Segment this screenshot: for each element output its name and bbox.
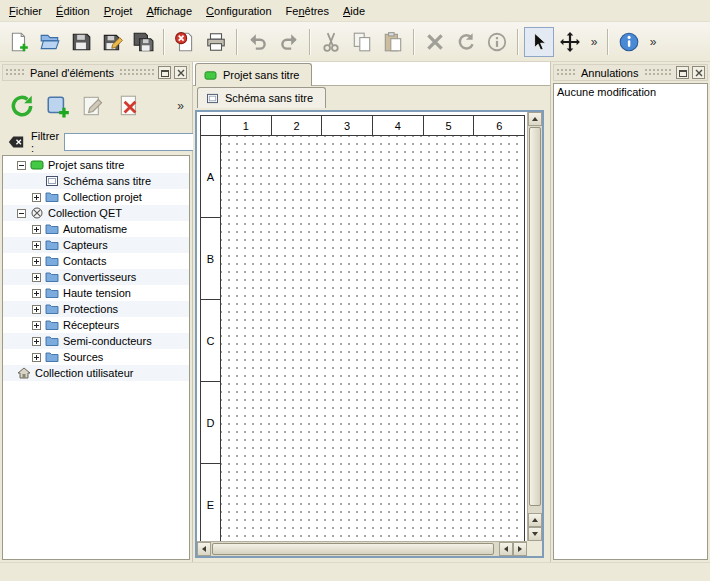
tree-item-collection-qet[interactable]: Collection QET: [3, 205, 189, 221]
menu-affichage[interactable]: Affichage: [139, 0, 199, 21]
tree-item-haute-tension[interactable]: Haute tension: [3, 285, 189, 301]
scroll-right-button[interactable]: [513, 542, 527, 556]
element-info-button[interactable]: [482, 27, 512, 57]
row-header: C: [201, 300, 220, 382]
tree-item-collection-utilisateur[interactable]: Collection utilisateur: [3, 365, 189, 381]
scroll-up-button[interactable]: [528, 112, 542, 126]
expand-icon[interactable]: [32, 321, 41, 330]
schema-canvas[interactable]: 1 2 3 4 5 6 A B C D E: [197, 112, 527, 541]
menubar: Fichier Édition Projet Affichage Configu…: [0, 0, 710, 22]
undo-history-list[interactable]: Aucune modification: [553, 83, 708, 560]
vertical-scroll-thumb[interactable]: [529, 127, 541, 506]
redo-button[interactable]: [274, 27, 304, 57]
expand-icon[interactable]: [32, 257, 41, 266]
tree-item-schema-sans-titre[interactable]: Schéma sans titre: [3, 173, 189, 189]
expand-icon[interactable]: [32, 289, 41, 298]
expand-icon[interactable]: [32, 353, 41, 362]
tab-projet-sans-titre[interactable]: Projet sans titre: [195, 63, 312, 86]
close-panel-button[interactable]: [692, 66, 705, 79]
column-header: 2: [272, 116, 323, 135]
copy-button[interactable]: [347, 27, 377, 57]
arrow-down-icon: [532, 532, 538, 536]
tree-item-protections[interactable]: Protections: [3, 301, 189, 317]
scroll-left-button[interactable]: [197, 542, 211, 556]
tree-item-recepteurs[interactable]: Récepteurs: [3, 317, 189, 333]
edit-element-button[interactable]: [78, 90, 110, 122]
elements-panel-titlebar[interactable]: Panel d'éléments: [2, 64, 190, 81]
paste-button[interactable]: [378, 27, 408, 57]
new-element-button[interactable]: [42, 90, 74, 122]
tree-item-capteurs[interactable]: Capteurs: [3, 237, 189, 253]
vertical-scrollbar[interactable]: [527, 112, 542, 541]
clear-filter-button[interactable]: [6, 132, 26, 152]
close-panel-button[interactable]: [174, 66, 187, 79]
about-button[interactable]: [614, 27, 644, 57]
elements-toolbar-overflow-button[interactable]: »: [177, 99, 186, 113]
tree-item-convertisseurs[interactable]: Convertisseurs: [3, 269, 189, 285]
tree-item-sources[interactable]: Sources: [3, 349, 189, 365]
scrollbar-corner: [527, 541, 542, 556]
horizontal-scrollbar[interactable]: [197, 541, 527, 556]
menu-edition[interactable]: Édition: [49, 0, 97, 21]
cut-button[interactable]: [316, 27, 346, 57]
horizontal-scroll-thumb[interactable]: [212, 543, 494, 555]
menu-label: ide: [350, 5, 365, 17]
delete-element-icon: [117, 93, 143, 119]
print-button[interactable]: [201, 27, 231, 57]
tree-item-automatisme[interactable]: Automatisme: [3, 221, 189, 237]
rotate-button[interactable]: [451, 27, 481, 57]
select-tool-button[interactable]: [524, 27, 554, 57]
filter-input[interactable]: [64, 133, 214, 151]
expand-icon[interactable]: [32, 225, 41, 234]
delete-button[interactable]: [420, 27, 450, 57]
row-header: B: [201, 218, 220, 300]
redo-icon: [278, 31, 300, 53]
scroll-down-button[interactable]: [528, 527, 542, 541]
reload-collections-button[interactable]: [6, 90, 38, 122]
arrow-right-icon: [518, 546, 522, 552]
close-file-button[interactable]: [170, 27, 200, 57]
home-icon: [17, 367, 31, 379]
tree-item-semi-conducteurs[interactable]: Semi-conducteurs: [3, 333, 189, 349]
save-all-button[interactable]: [128, 27, 158, 57]
menu-label: C: [206, 5, 214, 17]
tree-item-collection-projet[interactable]: Collection projet: [3, 189, 189, 205]
scroll-up-button-2[interactable]: [528, 513, 542, 527]
save-as-button[interactable]: [97, 27, 127, 57]
toolbar-overflow-button[interactable]: »: [586, 27, 602, 57]
tree-item-projet-sans-titre[interactable]: Projet sans titre: [3, 157, 189, 173]
menu-aide[interactable]: Aide: [336, 0, 372, 21]
dock-grip[interactable]: [644, 68, 674, 77]
new-file-button[interactable]: [4, 27, 34, 57]
dock-grip[interactable]: [5, 68, 25, 77]
menu-configuration[interactable]: Configuration: [199, 0, 278, 21]
float-panel-button[interactable]: [676, 66, 689, 79]
expand-icon[interactable]: [32, 337, 41, 346]
undo-button[interactable]: [243, 27, 273, 57]
expand-icon[interactable]: [32, 193, 41, 202]
float-panel-button[interactable]: [158, 66, 171, 79]
delete-element-button[interactable]: [114, 90, 146, 122]
scroll-left-button-2[interactable]: [499, 542, 513, 556]
schema-grid[interactable]: [221, 136, 524, 541]
menu-projet[interactable]: Projet: [97, 0, 140, 21]
open-file-button[interactable]: [35, 27, 65, 57]
tab-schema-sans-titre[interactable]: Schéma sans titre: [197, 87, 326, 108]
collapse-icon[interactable]: [17, 161, 26, 170]
tree-item-label: Protections: [63, 303, 118, 315]
dock-grip[interactable]: [556, 68, 576, 77]
move-tool-button[interactable]: [555, 27, 585, 57]
save-button[interactable]: [66, 27, 96, 57]
expand-icon[interactable]: [32, 305, 41, 314]
expand-icon[interactable]: [32, 241, 41, 250]
about-info-icon: [618, 31, 640, 53]
tree-item-contacts[interactable]: Contacts: [3, 253, 189, 269]
menu-fenetres[interactable]: Fenêtres: [279, 0, 336, 21]
menu-fichier[interactable]: Fichier: [2, 0, 49, 21]
toolbar-overflow-button-2[interactable]: »: [645, 27, 661, 57]
collapse-icon[interactable]: [17, 209, 26, 218]
undo-panel-titlebar[interactable]: Annulations: [553, 64, 708, 81]
schema-frame: 1 2 3 4 5 6 A B C D E: [200, 115, 525, 541]
dock-grip[interactable]: [119, 68, 155, 77]
expand-icon[interactable]: [32, 273, 41, 282]
